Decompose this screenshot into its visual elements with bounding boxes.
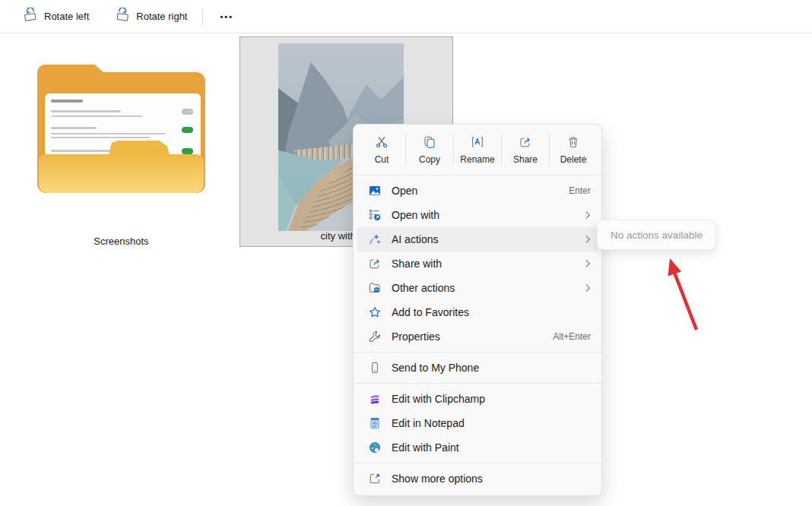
separator [354, 175, 601, 176]
menu-item-label: Edit with Paint [392, 441, 591, 454]
menu-item-ai-actions[interactable]: AI actions [357, 227, 598, 251]
folder-tile-screenshots[interactable]: Screenshots [36, 65, 207, 247]
menu-item-label: Edit in Notepad [392, 417, 591, 429]
rotate-right-icon [115, 8, 130, 26]
copy-label: Copy [419, 154, 440, 165]
open-with-icon [367, 208, 382, 222]
favorite-star-icon [367, 305, 382, 319]
rotate-right-label: Rotate right [136, 11, 187, 22]
ellipsis-icon: ••• [220, 12, 233, 21]
folder-icon [36, 65, 207, 199]
chevron-right-icon [585, 210, 591, 220]
no-actions-text: No actions available [611, 229, 703, 241]
phone-icon [367, 361, 382, 375]
other-actions-icon [367, 281, 382, 295]
menu-item-other-actions[interactable]: Other actions [357, 276, 598, 300]
share-label: Share [513, 154, 538, 165]
menu-item-label: Add to Favorites [392, 306, 591, 318]
quick-actions-row: Cut Copy Rename [354, 125, 601, 172]
menu-item-label: Edit with Clipchamp [392, 393, 591, 405]
rotate-left-button[interactable]: Rotate left [15, 3, 97, 30]
rotate-right-button[interactable]: Rotate right [107, 3, 195, 30]
delete-button[interactable]: Delete [550, 129, 597, 170]
menu-item-label: Send to My Phone [392, 362, 591, 374]
menu-item-edit-with-clipchamp[interactable]: Edit with Clipchamp [357, 387, 598, 411]
scissors-icon [375, 135, 389, 152]
cut-label: Cut [375, 154, 389, 165]
separator [354, 463, 601, 463]
shortcut-hint: Enter [569, 185, 591, 196]
rename-label: Rename [460, 154, 494, 165]
see-more-button[interactable]: ••• [211, 8, 243, 26]
copy-icon [423, 135, 436, 152]
toolbar: Rotate left Rotate right ••• [0, 0, 812, 33]
chevron-right-icon [585, 235, 591, 244]
separator [354, 352, 601, 353]
menu-item-label: Show more options [392, 473, 591, 485]
ai-sparkles-icon [367, 232, 382, 246]
ai-actions-submenu-flyout: No actions available [597, 220, 716, 250]
menu-item-open[interactable]: Open Enter [357, 179, 598, 203]
menu-item-edit-with-paint[interactable]: Edit with Paint [357, 435, 598, 460]
menu-item-share-with[interactable]: Share with [357, 251, 598, 276]
image-file-icon [367, 184, 382, 198]
share-with-icon [367, 257, 382, 270]
trash-icon [566, 135, 580, 152]
clipchamp-icon [367, 392, 382, 406]
menu-item-add-to-favorites[interactable]: Add to Favorites [357, 300, 598, 324]
toolbar-separator [202, 8, 203, 25]
menu-item-label: Open [392, 185, 569, 197]
menu-item-properties[interactable]: Properties Alt+Enter [357, 324, 598, 349]
delete-label: Delete [560, 154, 587, 165]
rotate-left-icon [23, 8, 38, 26]
menu-item-show-more-options[interactable]: Show more options [357, 466, 598, 491]
cut-button[interactable]: Cut [358, 129, 405, 170]
share-icon [519, 135, 532, 152]
menu-item-label: Properties [392, 330, 553, 343]
wrench-icon [367, 330, 382, 343]
menu-item-label: AI actions [392, 233, 585, 245]
separator [354, 383, 601, 384]
menu-item-label: Open with [392, 209, 585, 221]
paint-icon [367, 441, 382, 454]
copy-button[interactable]: Copy [406, 129, 453, 170]
menu-item-send-to-my-phone[interactable]: Send to My Phone [357, 356, 598, 380]
menu-item-label: Share with [392, 258, 585, 270]
expand-icon [367, 472, 382, 485]
menu-item-label: Other actions [392, 282, 585, 294]
rename-button[interactable]: Rename [454, 129, 501, 170]
menu-item-edit-in-notepad[interactable]: Edit in Notepad [357, 411, 598, 435]
rotate-left-label: Rotate left [44, 11, 89, 22]
context-menu: Cut Copy Rename [353, 124, 602, 496]
notepad-icon [367, 416, 382, 430]
folder-label: Screenshots [36, 236, 207, 247]
red-annotation-arrow [660, 254, 707, 339]
share-button[interactable]: Share [502, 129, 549, 170]
menu-item-open-with[interactable]: Open with [357, 203, 598, 227]
chevron-right-icon [585, 283, 591, 293]
rename-icon [471, 135, 484, 152]
chevron-right-icon [585, 259, 591, 268]
shortcut-hint: Alt+Enter [553, 331, 591, 342]
